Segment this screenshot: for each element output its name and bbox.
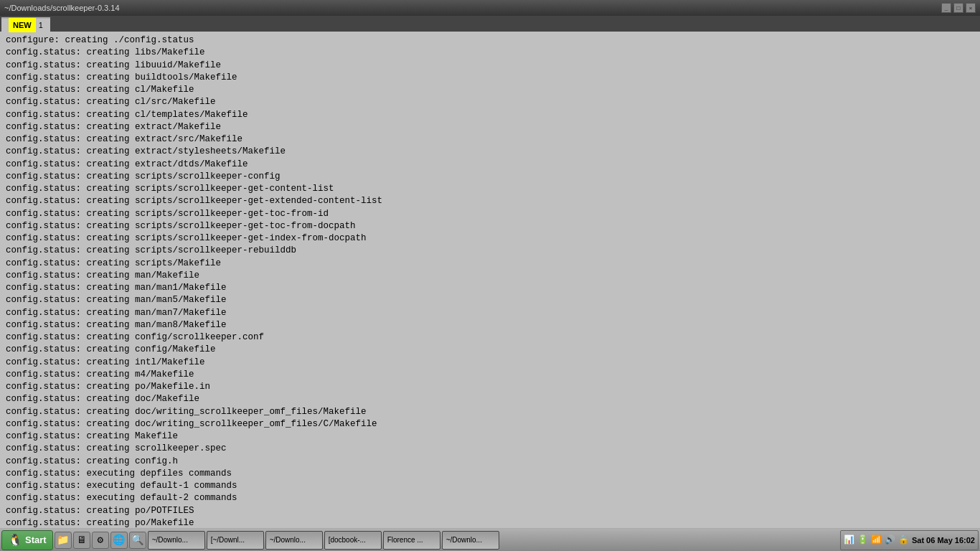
taskbar-icon-4[interactable]: 🌐 <box>110 532 128 549</box>
term-line: config.status: creating doc/Makefile <box>6 393 974 405</box>
title-buttons: _ □ × <box>941 3 976 13</box>
term-line: config.status: creating scripts/scrollke… <box>6 220 974 232</box>
taskbar-btn-florence[interactable]: Florence ... <box>383 531 440 550</box>
start-button[interactable]: 🐧 Start <box>1 530 53 550</box>
term-line: config.status: creating po/Makefile <box>6 517 974 528</box>
start-label: Start <box>25 534 47 545</box>
term-line: config.status: creating Makefile <box>6 430 974 443</box>
term-line: config.status: creating config.h <box>6 456 974 468</box>
term-line: config.status: creating po/POTFILES <box>6 505 974 517</box>
battery-icon[interactable]: 🔋 <box>857 534 869 546</box>
taskbar-btn-downloads3[interactable]: ~/Downlo... <box>442 531 499 550</box>
term-line: config.status: creating extract/Makefile <box>6 121 974 133</box>
taskbar-btn-terminal[interactable]: [~/Downl... <box>207 531 264 550</box>
equalizer-icon[interactable]: 📊 <box>844 534 855 546</box>
term-line: config.status: executing default-1 comma… <box>6 480 974 492</box>
term-line: config.status: creating man/man7/Makefil… <box>6 307 974 319</box>
term-line: config.status: creating config/scrollkee… <box>6 331 974 344</box>
term-line: config.status: creating libs/Makefile <box>6 47 974 59</box>
tb-btn-label: Florence ... <box>387 536 423 544</box>
taskbar-btn-docbook[interactable]: [docbook-... <box>324 531 382 550</box>
term-line: configure: creating ./config.status <box>6 34 974 47</box>
term-line: config.status: creating scripts/scrollke… <box>6 245 974 257</box>
term-line: config.status: creating po/Makefile.in <box>6 381 974 393</box>
term-line: config.status: creating doc/writing_scro… <box>6 406 974 418</box>
term-line: config.status: creating doc/writing_scro… <box>6 418 974 430</box>
term-line: config.status: creating scripts/scrollke… <box>6 171 974 183</box>
term-line: config.status: creating cl/templates/Mak… <box>6 109 974 121</box>
tab-bar: NEW 1 <box>0 16 980 32</box>
tb-btn-label: ~/Downlo... <box>152 536 188 544</box>
title-bar: ~/Downloads/scrollkeeper-0.3.14 _ □ × <box>0 0 980 16</box>
minimize-button[interactable]: _ <box>941 3 951 13</box>
taskbar-icon-2[interactable]: 🖥 <box>73 532 90 549</box>
taskbar-btn-downloads2[interactable]: ~/Downlo... <box>265 531 323 550</box>
tab-number: 1 <box>39 21 43 29</box>
term-line: config.status: creating scripts/Makefile <box>6 258 974 270</box>
term-line: config.status: creating scripts/scrollke… <box>6 232 974 245</box>
term-line: config.status: creating intl/Makefile <box>6 357 974 369</box>
terminal-output[interactable]: configure: creating ./config.status conf… <box>0 32 980 528</box>
tb-btn-label: [docbook-... <box>329 536 366 544</box>
term-line: config.status: creating extract/src/Make… <box>6 133 974 146</box>
term-line: config.status: creating scripts/scrollke… <box>6 183 974 195</box>
term-line: config.status: creating cl/Makefile <box>6 84 974 96</box>
tab-new-label: NEW <box>9 18 36 32</box>
term-line: config.status: creating m4/Makefile <box>6 369 974 381</box>
start-icon: 🐧 <box>8 533 22 547</box>
term-line: config.status: creating man/man1/Makefil… <box>6 282 974 294</box>
tb-btn-label: ~/Downlo... <box>446 536 482 544</box>
taskbar-icon-1[interactable]: 📁 <box>55 532 72 549</box>
term-line: config.status: creating scripts/scrollke… <box>6 208 974 220</box>
network-icon[interactable]: 📶 <box>871 534 882 546</box>
tb-btn-label: ~/Downlo... <box>270 536 306 544</box>
close-button[interactable]: × <box>966 3 976 13</box>
volume-icon[interactable]: 🔊 <box>885 534 896 546</box>
taskbar-icon-5[interactable]: 🔍 <box>129 532 146 549</box>
title-text: ~/Downloads/scrollkeeper-0.3.14 <box>4 4 120 12</box>
taskbar-btn-downloads1[interactable]: ~/Downlo... <box>148 531 205 550</box>
term-line: config.status: creating cl/src/Makefile <box>6 96 974 108</box>
term-line: config.status: creating man/man8/Makefil… <box>6 319 974 331</box>
term-line: config.status: creating config/Makefile <box>6 344 974 356</box>
term-line: config.status: creating libuuid/Makefile <box>6 60 974 72</box>
systray: 📊 🔋 📶 🔊 🔒 Sat 06 May 16:02 <box>840 530 979 550</box>
taskbar-icon-3[interactable]: ⚙ <box>92 532 109 549</box>
clock: Sat 06 May 16:02 <box>912 536 975 545</box>
term-line: config.status: creating scrollkeeper.spe… <box>6 443 974 455</box>
term-line: config.status: creating extract/styleshe… <box>6 146 974 158</box>
taskbar: 🐧 Start 📁 🖥 ⚙ 🌐 🔍 ~/Downlo... [~/Downl..… <box>0 528 980 551</box>
maximize-button[interactable]: □ <box>953 3 963 13</box>
term-line: config.status: creating buildtools/Makef… <box>6 72 974 84</box>
security-icon[interactable]: 🔒 <box>898 534 910 546</box>
term-line: config.status: executing default-2 comma… <box>6 492 974 504</box>
term-line: config.status: creating man/man5/Makefil… <box>6 294 974 306</box>
terminal-tab[interactable]: NEW 1 <box>1 17 50 32</box>
tb-btn-label: [~/Downl... <box>211 536 245 544</box>
term-line: config.status: creating man/Makefile <box>6 270 974 282</box>
term-line: config.status: executing depfiles comman… <box>6 468 974 480</box>
term-line: config.status: creating extract/dtds/Mak… <box>6 159 974 171</box>
term-line: config.status: creating scripts/scrollke… <box>6 195 974 207</box>
